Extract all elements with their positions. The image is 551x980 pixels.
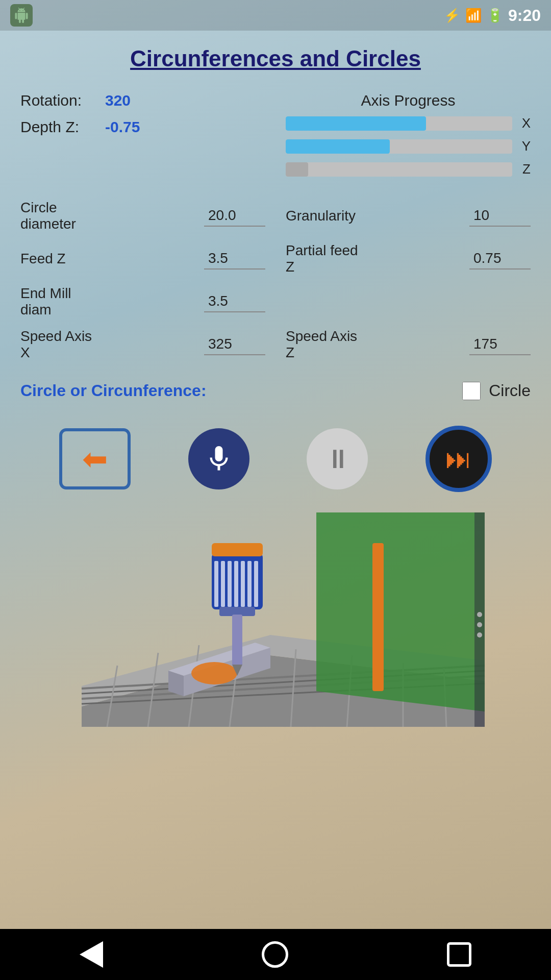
- main-content: Circunferences and Circles Rotation: 320…: [0, 31, 551, 742]
- axis-y-bar: [286, 139, 390, 154]
- svg-point-33: [477, 612, 482, 617]
- nav-recent-button[interactable]: [447, 942, 471, 967]
- nav-bar: [0, 929, 551, 980]
- param-row-end-mill: End Milldiam: [20, 285, 265, 318]
- svg-rect-19: [214, 561, 218, 607]
- param-label-end-mill: End Milldiam: [20, 285, 102, 318]
- svg-rect-31: [372, 543, 384, 691]
- axis-z-bar: [286, 162, 308, 177]
- depth-row: Depth Z: -0.75: [20, 118, 265, 136]
- param-label-partial-feed-z: Partial feedZ: [286, 242, 367, 275]
- nav-back-button[interactable]: [80, 941, 103, 968]
- status-bar-left: [10, 4, 33, 27]
- info-grid: Rotation: 320 Depth Z: -0.75 Axis Progre…: [20, 92, 531, 184]
- forward-icon: ⏭: [445, 444, 472, 474]
- axis-x-row: X: [286, 115, 531, 131]
- input-speed-z[interactable]: [469, 334, 531, 355]
- cnc-machine-svg: [20, 512, 531, 727]
- input-granularity[interactable]: [469, 205, 531, 227]
- param-row-speed-x: Speed AxisX: [20, 328, 265, 361]
- axis-x-label: X: [518, 115, 531, 131]
- axis-x-bar: [286, 116, 426, 131]
- svg-rect-26: [212, 543, 263, 556]
- param-label-speed-x: Speed AxisX: [20, 328, 102, 361]
- page-title: Circunferences and Circles: [20, 46, 531, 71]
- svg-point-17: [191, 662, 237, 684]
- param-label-feed-z: Feed Z: [20, 251, 102, 267]
- depth-label: Depth Z:: [20, 118, 97, 136]
- param-row-granularity: Granularity: [286, 200, 531, 232]
- status-bar-right: ⚡ 📶 🔋 9:20: [444, 6, 541, 25]
- circle-or-circumference-label: Circle or Circunference:: [20, 381, 207, 400]
- action-buttons: ⬅ ⏸ ⏭: [20, 426, 531, 492]
- svg-rect-28: [232, 615, 242, 666]
- axis-x-bar-container: [286, 116, 512, 131]
- back-button[interactable]: ⬅: [59, 428, 131, 489]
- mic-button[interactable]: [188, 428, 249, 489]
- circle-section: Circle or Circunference: Circle: [20, 376, 531, 405]
- status-time: 9:20: [508, 6, 541, 25]
- status-battery: 🔋: [487, 8, 503, 23]
- axis-y-row: Y: [286, 138, 531, 154]
- pause-button[interactable]: ⏸: [307, 428, 368, 489]
- params-grid: Circlediameter Granularity Feed Z Partia…: [20, 200, 531, 361]
- axis-z-row: Z: [286, 161, 531, 177]
- params-section: Circlediameter Granularity Feed Z Partia…: [20, 200, 531, 361]
- axis-y-label: Y: [518, 138, 531, 154]
- svg-point-34: [477, 622, 482, 627]
- android-icon: [10, 4, 33, 27]
- input-circle-diameter[interactable]: [204, 205, 265, 227]
- input-end-mill[interactable]: [204, 291, 265, 312]
- param-row-feed-z: Feed Z: [20, 242, 265, 275]
- depth-value: -0.75: [105, 118, 140, 136]
- status-bar: ⚡ 📶 🔋 9:20: [0, 0, 551, 31]
- svg-point-35: [477, 632, 482, 638]
- svg-rect-20: [221, 561, 225, 607]
- input-partial-feed-z[interactable]: [469, 248, 531, 270]
- axis-progress-title: Axis Progress: [286, 92, 531, 109]
- status-signal: 📶: [465, 8, 482, 23]
- param-label-speed-z: Speed AxisZ: [286, 328, 367, 361]
- nav-recent-icon: [447, 942, 471, 967]
- input-speed-x[interactable]: [204, 334, 265, 355]
- param-row-partial-feed-z: Partial feedZ: [286, 242, 531, 275]
- pause-icon: ⏸: [325, 444, 349, 474]
- param-label-circle-diameter: Circlediameter: [20, 200, 102, 232]
- svg-rect-32: [474, 512, 485, 727]
- svg-rect-25: [254, 561, 258, 607]
- status-bluetooth: ⚡: [444, 8, 460, 23]
- circle-checkbox[interactable]: [462, 382, 481, 400]
- circle-checkbox-label: Circle: [489, 381, 531, 400]
- param-label-granularity: Granularity: [286, 208, 367, 224]
- rotation-label: Rotation:: [20, 92, 97, 109]
- svg-rect-21: [228, 561, 232, 607]
- axis-y-bar-container: [286, 139, 512, 154]
- param-row-empty: [286, 285, 531, 318]
- rotation-value: 320: [105, 92, 131, 109]
- nav-home-icon: [262, 941, 288, 968]
- param-row-circle-diameter: Circlediameter: [20, 200, 265, 232]
- back-arrow-icon: ⬅: [82, 441, 108, 477]
- nav-home-button[interactable]: [262, 941, 288, 968]
- axis-z-label: Z: [518, 161, 531, 177]
- circle-checkbox-group: Circle: [462, 381, 531, 400]
- svg-rect-22: [234, 561, 238, 607]
- machine-illustration: [20, 512, 531, 727]
- svg-rect-23: [241, 561, 245, 607]
- nav-back-icon: [80, 941, 103, 968]
- svg-marker-30: [316, 512, 485, 712]
- input-feed-z[interactable]: [204, 248, 265, 270]
- axis-progress: Axis Progress X Y Z: [276, 92, 531, 184]
- axis-z-bar-container: [286, 162, 512, 177]
- svg-rect-24: [247, 561, 252, 607]
- param-row-speed-z: Speed AxisZ: [286, 328, 531, 361]
- mic-icon: [204, 444, 234, 474]
- info-left: Rotation: 320 Depth Z: -0.75: [20, 92, 265, 184]
- rotation-row: Rotation: 320: [20, 92, 265, 109]
- forward-button[interactable]: ⏭: [425, 426, 492, 492]
